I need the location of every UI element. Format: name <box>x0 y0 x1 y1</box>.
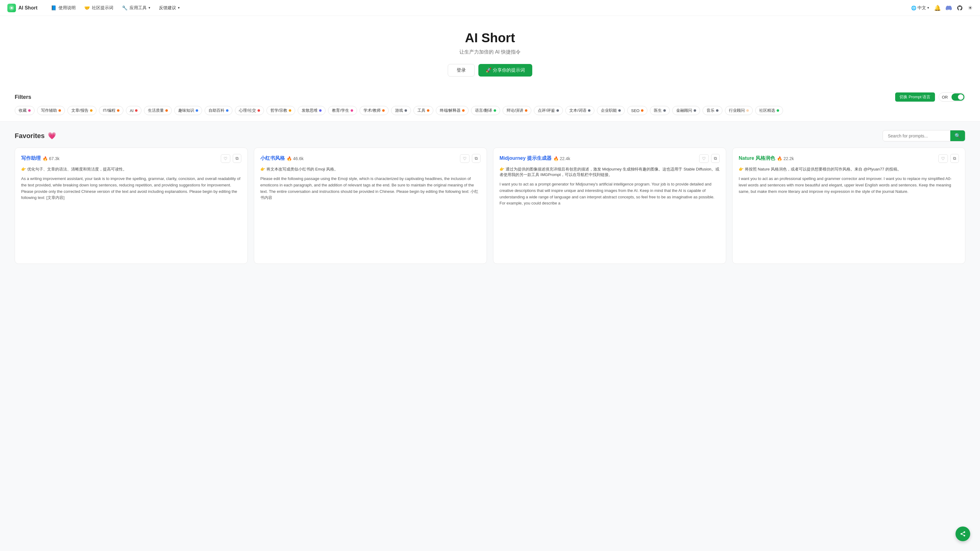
tools-icon: 🔧 <box>122 5 128 11</box>
feedback-dropdown-icon: ▾ <box>178 6 180 10</box>
tag-label: 社区精选 <box>759 108 775 113</box>
brand-icon <box>7 4 16 12</box>
filter-tag-语言/翻译[interactable]: 语言/翻译 <box>471 106 500 115</box>
nav-usage-label: 使用说明 <box>59 5 76 11</box>
tag-label: 行业顾问 <box>729 108 745 113</box>
filter-tag-游戏[interactable]: 游戏 <box>391 106 411 115</box>
tag-label: 文章/报告 <box>72 108 89 113</box>
tag-dot <box>557 109 559 112</box>
discord-button[interactable] <box>946 5 952 11</box>
tag-dot <box>196 109 198 112</box>
theme-toggle[interactable]: ☀ <box>968 5 973 11</box>
filter-tag-生活质量[interactable]: 生活质量 <box>144 106 172 115</box>
tag-dot <box>427 109 430 112</box>
or-label: OR <box>939 94 951 101</box>
filter-tag-IT/编程[interactable]: IT/编程 <box>99 106 123 115</box>
nav-feedback-label: 反馈建议 <box>159 5 176 11</box>
favorites-heart-icon: 💗 <box>48 132 56 140</box>
or-toggle[interactable]: OR <box>939 92 966 102</box>
filter-tag-工具[interactable]: 工具 <box>414 106 433 115</box>
favorites-header: Favorites 💗 🔍 <box>15 130 965 141</box>
favorite-button[interactable]: ♡ <box>460 154 469 163</box>
card-title: 小红书风格 <box>260 155 285 162</box>
tag-dot <box>226 109 229 112</box>
card-stats: 🔥46.6k <box>286 156 304 161</box>
filter-tag-SEO[interactable]: SEO <box>627 106 648 115</box>
filter-tag-医生[interactable]: 医生 <box>650 106 670 115</box>
filter-tag-写作辅助[interactable]: 写作辅助 <box>37 106 65 115</box>
filter-tag-心理/社交[interactable]: 心理/社交 <box>235 106 264 115</box>
toggle-switch[interactable] <box>951 94 964 101</box>
tag-dot <box>258 109 260 112</box>
usage-icon: 📘 <box>51 5 57 11</box>
favorite-button[interactable]: ♡ <box>221 154 230 163</box>
filter-tag-企业职能[interactable]: 企业职能 <box>597 106 625 115</box>
filter-tag-学术/教师[interactable]: 学术/教师 <box>360 106 389 115</box>
filter-tag-自助百科[interactable]: 自助百科 <box>205 106 232 115</box>
filter-tag-音乐[interactable]: 音乐 <box>703 106 722 115</box>
favorites-title-group: Favorites 💗 <box>15 132 56 140</box>
card-description: 👉 通过为提供的图像描述填充详细且有创意的描述，激发 Midjourney 生成… <box>500 167 720 178</box>
filter-tag-点评/评鉴[interactable]: 点评/评鉴 <box>534 106 563 115</box>
filter-tag-终端/解释器[interactable]: 终端/解释器 <box>436 106 469 115</box>
filter-tag-发散思维[interactable]: 发散思维 <box>298 106 326 115</box>
card-title-group: 小红书风格 🔥46.6k <box>260 155 304 162</box>
copy-button[interactable]: ⧉ <box>711 154 720 163</box>
nav-feedback[interactable]: 反馈建议 ▾ <box>155 3 183 13</box>
tag-label: IT/编程 <box>103 108 115 113</box>
tag-dot <box>319 109 321 112</box>
filter-tag-金融顾问[interactable]: 金融顾问 <box>672 106 700 115</box>
tag-dot <box>641 109 643 112</box>
hero-subtitle: 让生产力加倍的 AI 快捷指令 <box>7 49 973 56</box>
fire-icon: 🔥 <box>286 156 292 161</box>
fire-icon: 🔥 <box>777 156 782 161</box>
prompt-lang-button[interactable]: 切换 Prompt 语言 <box>895 92 935 102</box>
notification-button[interactable]: 🔔 <box>934 5 941 11</box>
filter-tag-收藏[interactable]: 收藏 <box>15 106 35 115</box>
tag-dot <box>351 109 353 112</box>
login-button[interactable]: 登录 <box>448 64 475 76</box>
card-title: Midjourney 提示生成器 <box>500 155 552 162</box>
nav-usage[interactable]: 📘 使用说明 <box>47 3 79 13</box>
filter-tag-文章/报告[interactable]: 文章/报告 <box>67 106 97 115</box>
copy-button[interactable]: ⧉ <box>950 154 959 163</box>
tag-label: 终端/解释器 <box>440 108 461 113</box>
filter-tag-行业顾问[interactable]: 行业顾问 <box>725 106 753 115</box>
prompt-card-2: Midjourney 提示生成器 🔥22.4k ♡ ⧉ 👉 通过为提供的图像描述… <box>493 148 726 264</box>
lang-dropdown-icon: ▾ <box>928 6 929 10</box>
filter-tag-AI[interactable]: AI <box>126 106 142 115</box>
favorite-button[interactable]: ♡ <box>939 154 948 163</box>
github-button[interactable] <box>957 5 963 11</box>
share-prompt-button[interactable]: 🚀 分享你的提示词 <box>478 64 532 76</box>
search-button[interactable]: 🔍 <box>950 130 965 141</box>
copy-button[interactable]: ⧉ <box>472 154 480 163</box>
filter-tag-趣味知识[interactable]: 趣味知识 <box>174 106 202 115</box>
search-input[interactable] <box>883 131 950 141</box>
filter-tag-文本/词语[interactable]: 文本/词语 <box>565 106 595 115</box>
tag-label: 金融顾问 <box>676 108 692 113</box>
tag-label: SEO <box>631 108 640 113</box>
card-stats: 🔥22.4k <box>554 156 570 161</box>
language-selector[interactable]: 🌐 中文 ▾ <box>911 5 929 11</box>
copy-button[interactable]: ⧉ <box>233 154 241 163</box>
filter-tag-社区精选[interactable]: 社区精选 <box>755 106 783 115</box>
tag-dot <box>117 109 119 112</box>
filter-tag-教育/学生[interactable]: 教育/学生 <box>328 106 357 115</box>
card-title-group: Nature 风格润色 🔥22.2k <box>739 155 794 162</box>
filter-tag-哲学/宗教[interactable]: 哲学/宗教 <box>266 106 296 115</box>
tag-label: 企业职能 <box>601 108 617 113</box>
filters-header: Filters 切换 Prompt 语言 OR <box>15 92 965 102</box>
favorite-button[interactable]: ♡ <box>699 154 709 163</box>
nav-tools[interactable]: 🔧 应用工具 ▾ <box>118 3 154 13</box>
tag-dot <box>135 109 137 112</box>
tag-dot <box>90 109 92 112</box>
tag-label: 音乐 <box>706 108 714 113</box>
fire-icon: 🔥 <box>43 156 48 161</box>
nav-community[interactable]: 🤝 社区提示词 <box>81 3 117 13</box>
card-header: 小红书风格 🔥46.6k ♡ ⧉ <box>260 154 480 163</box>
card-description: 👉 将按照 Nature 风格润色，或者可以提供想要模仿的写作风格。来自 @Pf… <box>739 167 959 172</box>
filter-tag-辩论/演讲[interactable]: 辩论/演讲 <box>503 106 531 115</box>
brand-logo[interactable]: AI Short <box>7 4 37 12</box>
tag-dot <box>494 109 496 112</box>
card-description: 👉 将文本改写成类似小红书的 Emoji 风格。 <box>260 167 480 172</box>
